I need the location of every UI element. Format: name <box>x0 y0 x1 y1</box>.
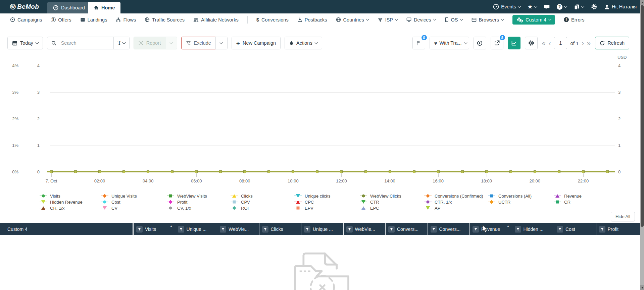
column-header-webvie-[interactable]: WebVie... <box>217 223 259 235</box>
filter-icon[interactable] <box>220 226 226 233</box>
legend-item[interactable]: CTR <box>360 199 424 205</box>
legend-item[interactable]: Visits <box>40 193 101 199</box>
filter-icon[interactable] <box>136 226 143 233</box>
page-number-input[interactable] <box>554 37 567 49</box>
nav-item-offers[interactable]: $ Offers <box>51 17 71 23</box>
legend-item[interactable]: UCTR <box>488 199 554 205</box>
filter-icon[interactable] <box>431 226 437 233</box>
scrollbar-thumb[interactable] <box>641 5 644 227</box>
help-menu[interactable]: ? <box>557 4 567 10</box>
tab-dashboard[interactable]: Dashboard <box>47 2 91 13</box>
search-input[interactable] <box>59 40 111 46</box>
nav-item-devices[interactable]: Devices <box>406 17 436 23</box>
legend-item[interactable]: CPV <box>231 199 294 205</box>
column-header-cost[interactable]: Cost <box>554 223 596 235</box>
exclude-dropdown-button[interactable] <box>215 37 228 49</box>
column-header-convers-[interactable]: Convers... <box>428 223 470 235</box>
report-button[interactable]: Report <box>134 37 166 49</box>
legend-item[interactable]: CR <box>554 199 582 205</box>
nav-item-os[interactable]: OS <box>445 17 463 23</box>
column-header-webvie-[interactable]: WebVie... <box>343 223 386 235</box>
nav-item-postbacks[interactable]: Postbacks <box>297 17 327 23</box>
nav-item-campaigns[interactable]: Campaigns <box>10 17 42 23</box>
legend-item[interactable]: Revenue <box>554 193 582 199</box>
legend-item[interactable]: Conversions (All) <box>488 193 554 199</box>
legend-item[interactable]: WebView Visits <box>167 193 231 199</box>
first-page-button[interactable]: « <box>542 40 546 46</box>
filter-icon[interactable] <box>346 226 353 233</box>
user-menu[interactable]: Hi, Наталія <box>604 4 637 10</box>
prev-page-button[interactable]: ‹ <box>549 40 551 46</box>
column-header-profit[interactable]: Profit <box>596 223 638 235</box>
resources-menu[interactable] <box>574 4 584 10</box>
actions-button[interactable]: Actions <box>285 37 322 49</box>
custom-report-button[interactable]: Custom 4 <box>512 15 555 25</box>
first-column-header[interactable]: Custom 4 <box>0 223 133 235</box>
legend-item[interactable]: AP <box>424 205 488 211</box>
nav-item-traffic-sources[interactable]: Traffic Sources <box>145 17 185 23</box>
nav-item-conversions[interactable]: $ Conversions <box>256 17 289 23</box>
filter-icon[interactable] <box>304 226 310 233</box>
search-type-selector[interactable]: T <box>113 37 129 49</box>
flag-filter-button[interactable]: $ <box>412 37 425 49</box>
settings-button[interactable] <box>591 4 597 10</box>
column-header-convers-[interactable]: Convers... <box>385 223 428 235</box>
exclude-button[interactable]: Exclude <box>181 37 216 49</box>
filter-icon[interactable] <box>515 226 521 233</box>
events-menu[interactable]: Events <box>493 4 520 10</box>
favorites-menu[interactable]: ★ <box>528 3 537 10</box>
legend-item[interactable]: Cost <box>101 199 167 205</box>
bemob-logo[interactable]: ⓦ BeMob <box>10 0 39 13</box>
legend-item[interactable]: CPC <box>294 199 360 205</box>
legend-item[interactable]: Profit <box>167 199 231 205</box>
column-header-unique-[interactable]: Unique ... <box>301 223 343 235</box>
report-dropdown-button[interactable] <box>165 37 177 49</box>
legend-item[interactable]: WebView Clicks <box>360 193 424 199</box>
legend-item[interactable]: Unique Visits <box>101 193 167 199</box>
nav-item-flows[interactable]: Flows <box>116 17 136 23</box>
nav-item-browsers[interactable]: Browsers <box>472 17 504 23</box>
legend-item[interactable]: EPC <box>360 205 424 211</box>
next-page-button[interactable]: › <box>582 40 584 46</box>
column-header-visits[interactable]: Visits▲ <box>133 223 175 235</box>
visibility-button[interactable] <box>474 37 486 49</box>
traffic-filter-dropdown[interactable]: ♥ With Tra... <box>430 37 469 49</box>
refresh-button[interactable]: Refresh <box>595 37 629 49</box>
new-campaign-button[interactable]: + New Campaign <box>232 37 281 49</box>
column-header-hidden-[interactable]: Hidden ... <box>512 223 554 235</box>
nav-item-landings[interactable]: Landings <box>80 17 107 23</box>
nav-item-errors[interactable]: ! Errors <box>564 17 584 23</box>
filter-icon[interactable] <box>178 226 184 233</box>
vertical-scrollbar[interactable] <box>640 0 644 290</box>
legend-item[interactable]: Clicks <box>231 193 294 199</box>
last-page-button[interactable]: » <box>587 40 591 46</box>
tab-home[interactable]: Home <box>88 2 120 13</box>
column-settings-button[interactable] <box>525 37 538 49</box>
scroll-down-button[interactable] <box>640 285 644 290</box>
legend-item[interactable]: ROI <box>231 205 294 211</box>
legend-item[interactable]: CR, 1/x <box>40 205 101 211</box>
legend-item[interactable]: CV <box>101 205 167 211</box>
filter-icon[interactable] <box>599 226 605 233</box>
filter-icon[interactable] <box>388 226 395 233</box>
search-box[interactable]: T <box>47 37 130 49</box>
nav-item-affiliate-networks[interactable]: Affiliate Networks <box>193 17 239 23</box>
legend-item[interactable]: Hidden Revenue <box>40 199 101 205</box>
column-header-clicks[interactable]: Clicks <box>259 223 301 235</box>
legend-item[interactable]: CTR, 1/x <box>424 199 488 205</box>
filter-icon[interactable] <box>262 226 268 233</box>
legend-item[interactable]: EPV <box>294 205 360 211</box>
legend-item[interactable]: Conversions (Confirmed) <box>424 193 488 199</box>
filter-icon[interactable] <box>473 226 479 233</box>
legend-item[interactable]: Unique clicks <box>294 193 360 199</box>
legend-item[interactable]: CV, 1/x <box>167 205 231 211</box>
chart-toggle-button[interactable] <box>508 37 521 49</box>
hide-all-button[interactable]: Hide All <box>611 212 635 221</box>
nav-item-countries[interactable]: Countries <box>336 17 369 23</box>
date-range-button[interactable]: Today <box>7 37 43 49</box>
filter-icon[interactable] <box>557 226 563 233</box>
share-button[interactable]: $ <box>491 37 503 49</box>
chat-button[interactable] <box>544 4 550 10</box>
scroll-up-button[interactable] <box>640 0 644 5</box>
nav-item-isp[interactable]: ISP <box>378 17 398 23</box>
